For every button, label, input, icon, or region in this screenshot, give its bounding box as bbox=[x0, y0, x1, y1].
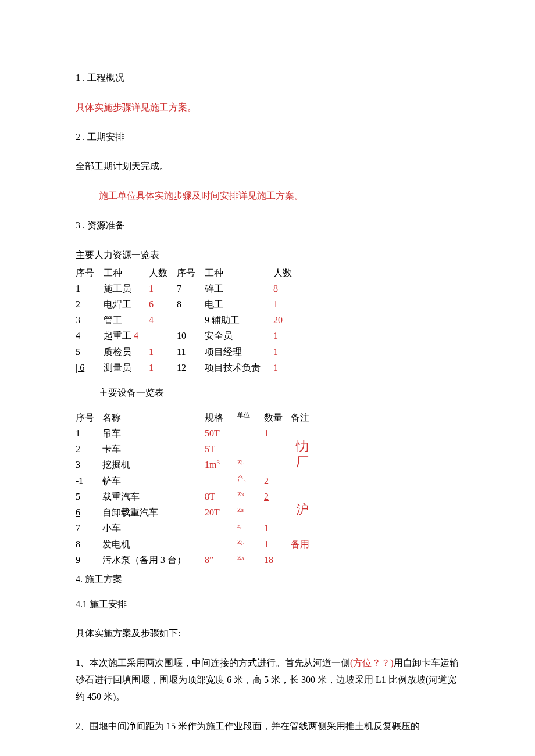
cell-seq: 6 bbox=[76, 504, 102, 520]
cell-seq-a: 4 bbox=[76, 328, 104, 343]
cell-qty: 厂 bbox=[264, 457, 291, 473]
section2-note: 施工单位具体实施步骤及时间安排详见施工方案。 bbox=[76, 188, 459, 205]
table-row: | 6测量员112项目技术负责1 bbox=[76, 360, 301, 375]
cell-seq-b: 10 bbox=[177, 328, 205, 343]
table-row: -1铲车台、2 bbox=[76, 473, 323, 489]
table1-title: 主要人力资源一览表 bbox=[76, 247, 459, 264]
cell-seq: 1 bbox=[76, 425, 102, 441]
cell-name: 吊车 bbox=[102, 425, 205, 441]
cell-unit: Zx bbox=[237, 489, 264, 504]
cell-spec bbox=[205, 473, 237, 489]
cell-seq-a: 3 bbox=[76, 312, 104, 328]
cell-count-b: 1 bbox=[273, 344, 301, 360]
cell-count-a bbox=[149, 328, 177, 343]
cell-role-b: 项目经理 bbox=[205, 344, 273, 360]
cell-name: 小车 bbox=[102, 520, 205, 536]
th-role-b: 工种 bbox=[205, 265, 273, 281]
cell-seq-a: | 6 bbox=[76, 360, 104, 375]
table1-header-row: 序号 工种 人数 序号 工种 人数 bbox=[76, 265, 301, 281]
th2-name: 名称 bbox=[102, 410, 205, 425]
th2-qty: 数量 bbox=[264, 410, 291, 425]
cell-role-b: 碎工 bbox=[205, 281, 273, 296]
cell-count-b: 8 bbox=[273, 281, 301, 296]
cell-seq: 7 bbox=[76, 520, 102, 536]
cell-unit: Zj. bbox=[237, 457, 264, 473]
th2-unit: 单位 bbox=[237, 410, 264, 425]
cell-spec: 20T bbox=[205, 504, 237, 520]
cell-role-b: 项目技术负责 bbox=[205, 360, 273, 375]
cell-note: 备用 bbox=[291, 536, 323, 552]
cell-seq-a: 2 bbox=[76, 296, 104, 312]
cell-name: 载重汽车 bbox=[102, 489, 205, 504]
cell-note bbox=[291, 520, 323, 536]
th-count-b: 人数 bbox=[273, 265, 301, 281]
section4-heading: 4. 施工方案 bbox=[76, 571, 459, 588]
table-row: 1施工员17碎工8 bbox=[76, 281, 301, 296]
section4-intro: 具体实施方案及步骤如下: bbox=[76, 625, 459, 642]
cell-name: 污水泵（备用 3 台） bbox=[102, 552, 205, 568]
cell-seq-a: 5 bbox=[76, 344, 104, 360]
cell-role-a: 测量员 bbox=[104, 360, 149, 375]
cell-spec: 1m3 bbox=[205, 457, 237, 473]
cell-note bbox=[291, 552, 323, 568]
table-row: 8发电机Zj.1备用 bbox=[76, 536, 323, 552]
table-row: 5载重汽车8TZx2 bbox=[76, 489, 323, 504]
cell-qty: 2 bbox=[264, 489, 291, 504]
cell-name: 铲车 bbox=[102, 473, 205, 489]
cell-seq: -1 bbox=[76, 473, 102, 489]
table2-header-row: 序号 名称 规格 单位 数量 备注 bbox=[76, 410, 323, 425]
table1: 序号 工种 人数 序号 工种 人数 1施工员17碎工82电焊工68电工13管工4… bbox=[76, 265, 301, 375]
cell-role-a: 施工员 bbox=[104, 281, 149, 296]
table-row: 4起重工 410安全员1 bbox=[76, 328, 301, 343]
section1-note: 具体实施步骤详见施工方案。 bbox=[76, 99, 459, 116]
cell-seq-b bbox=[177, 312, 205, 328]
section2-body: 全部工期计划天完成。 bbox=[76, 158, 459, 175]
cell-count-a: 1 bbox=[149, 360, 177, 375]
th2-spec: 规格 bbox=[205, 410, 237, 425]
th-count-a: 人数 bbox=[149, 265, 177, 281]
cell-qty: 1 bbox=[264, 536, 291, 552]
table-row: 2电焊工68电工1 bbox=[76, 296, 301, 312]
th-seq-b: 序号 bbox=[177, 265, 205, 281]
cell-role-b: 安全员 bbox=[205, 328, 273, 343]
cell-qty: 忇 bbox=[264, 441, 291, 457]
cell-seq: 3 bbox=[76, 457, 102, 473]
table2: 序号 名称 规格 单位 数量 备注 1吊车50T12卡车5T忇3挖掘机1m3Zj… bbox=[76, 410, 323, 568]
cell-spec: 5T bbox=[205, 441, 237, 457]
cell-unit: z, bbox=[237, 520, 264, 536]
cell-seq-b: 7 bbox=[177, 281, 205, 296]
cell-seq: 2 bbox=[76, 441, 102, 457]
section2-heading: 2 . 工期安排 bbox=[76, 129, 459, 146]
section4-subheading: 4.1 施工安排 bbox=[76, 596, 459, 613]
cell-role-a: 电焊工 bbox=[104, 296, 149, 312]
section3-heading: 3 . 资源准备 bbox=[76, 217, 459, 234]
section4-para2: 2、围堰中间净间距为 15 米作为施工作业段面，并在管线两侧采用推土机反复碾压的 bbox=[76, 718, 459, 735]
cell-count-a: 4 bbox=[149, 312, 177, 328]
cell-unit: Zs bbox=[237, 504, 264, 520]
cell-unit: 台、 bbox=[237, 473, 264, 489]
cell-unit: Zx bbox=[237, 552, 264, 568]
section1-heading: 1 . 工程概况 bbox=[76, 70, 459, 87]
cell-qty: 沪 bbox=[264, 504, 291, 520]
cell-role-a: 质检员 bbox=[104, 344, 149, 360]
cell-count-b: 1 bbox=[273, 328, 301, 343]
seal-mark: 厂 bbox=[296, 456, 309, 468]
cell-role-a: 起重工 4 bbox=[104, 328, 149, 343]
cell-count-b: 20 bbox=[273, 312, 301, 328]
cell-count-b: 1 bbox=[273, 296, 301, 312]
cell-seq-b: 12 bbox=[177, 360, 205, 375]
cell-qty: 2 bbox=[264, 473, 291, 489]
cell-name: 发电机 bbox=[102, 536, 205, 552]
table-row: 7小车z,1 bbox=[76, 520, 323, 536]
table-row: 1吊车50T1 bbox=[76, 425, 323, 441]
table-row: 9污水泵（备用 3 台）8”Zx18 bbox=[76, 552, 323, 568]
cell-qty: 18 bbox=[264, 552, 291, 568]
cell-spec: 50T bbox=[205, 425, 237, 441]
cell-spec: 8” bbox=[205, 552, 237, 568]
th2-note: 备注 bbox=[291, 410, 323, 425]
table-row: 3挖掘机1m3Zj.厂 bbox=[76, 457, 323, 473]
th-role-a: 工种 bbox=[104, 265, 149, 281]
cell-qty: 1 bbox=[264, 520, 291, 536]
section4-para1: 1、本次施工采用两次围堰，中间连接的方式进行。首先从河道一侧(方位？？)用自卸卡… bbox=[76, 655, 459, 705]
cell-role-b: 电工 bbox=[205, 296, 273, 312]
